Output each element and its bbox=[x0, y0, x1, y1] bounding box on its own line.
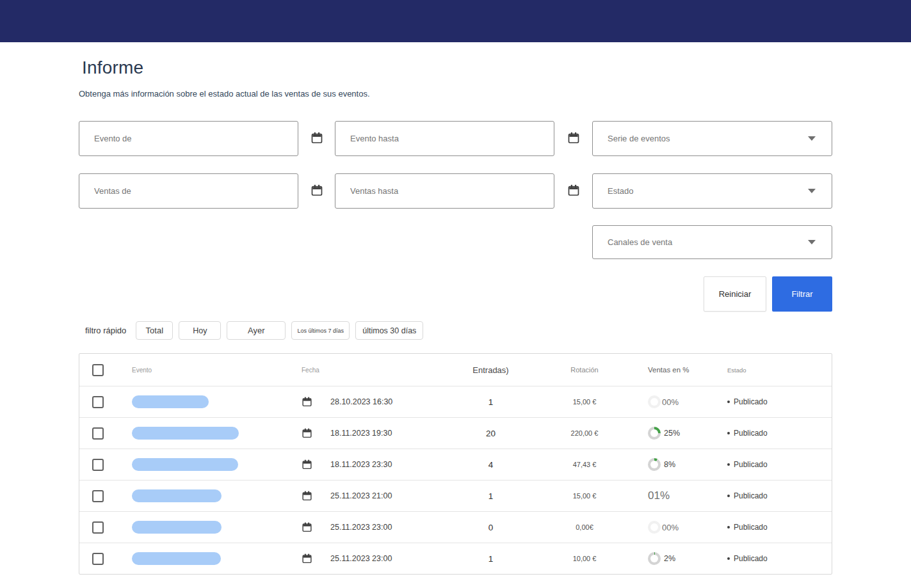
page-title: Informe bbox=[82, 58, 832, 78]
chip-today[interactable]: Hoy bbox=[179, 321, 221, 340]
event-from-calendar-button[interactable] bbox=[310, 131, 323, 147]
sales-from-calendar-button[interactable] bbox=[310, 184, 323, 199]
event-name-blob bbox=[132, 489, 222, 502]
table-row: 18.11.2023 19:30 20 220,00 € 25% Publica… bbox=[79, 417, 832, 449]
tickets-count: 1 bbox=[488, 491, 494, 501]
chip-total[interactable]: Total bbox=[136, 321, 173, 340]
rotation-value: 15,00 € bbox=[573, 492, 597, 500]
filter-form: Serie de eventos Estado bbox=[79, 121, 832, 259]
status-label: Publicado bbox=[734, 491, 768, 500]
event-to-calendar-button[interactable] bbox=[567, 131, 580, 147]
sales-percent: 01% bbox=[648, 489, 670, 502]
event-to-input[interactable] bbox=[335, 121, 554, 156]
chevron-down-icon bbox=[808, 136, 816, 141]
calendar-icon bbox=[302, 396, 312, 408]
event-name-blob bbox=[132, 552, 221, 565]
rotation-value: 0,00€ bbox=[576, 523, 593, 531]
tickets-count: 20 bbox=[486, 429, 496, 438]
rotation-value: 10,00 € bbox=[573, 555, 597, 562]
status-label: Publicado bbox=[734, 554, 768, 563]
sales-donut-chart bbox=[648, 521, 661, 534]
tickets-count: 1 bbox=[488, 554, 494, 564]
calendar-icon bbox=[302, 459, 312, 470]
sales-donut-chart bbox=[648, 427, 661, 440]
status-label: Publicado bbox=[734, 429, 768, 438]
table-row: 25.11.2023 21:00 1 15,00 € 01% Publicado bbox=[79, 480, 832, 511]
filter-button[interactable]: Filtrar bbox=[772, 276, 832, 312]
status-select-label: Estado bbox=[608, 186, 633, 196]
event-series-select[interactable]: Serie de eventos bbox=[592, 121, 832, 156]
sales-to-input[interactable] bbox=[335, 173, 554, 209]
tickets-count: 1 bbox=[488, 397, 494, 407]
event-date: 25.11.2023 21:00 bbox=[330, 491, 392, 500]
chip-last-30-days[interactable]: últimos 30 días bbox=[355, 321, 423, 340]
table-row: 25.11.2023 23:00 0 0,00€ 00% Publicado bbox=[79, 511, 832, 543]
row-checkbox[interactable] bbox=[92, 459, 104, 471]
row-checkbox[interactable] bbox=[92, 396, 104, 408]
column-header-fecha: Fecha bbox=[297, 367, 425, 374]
row-checkbox[interactable] bbox=[92, 521, 104, 534]
calendar-icon bbox=[567, 131, 580, 147]
status-select[interactable]: Estado bbox=[592, 173, 832, 209]
tickets-count: 4 bbox=[488, 460, 494, 470]
select-all-checkbox[interactable] bbox=[92, 364, 104, 376]
tickets-count: 0 bbox=[488, 523, 494, 532]
reset-button[interactable]: Reiniciar bbox=[704, 276, 766, 312]
sales-percent: 25% bbox=[664, 429, 680, 438]
event-name-blob bbox=[132, 458, 238, 471]
rotation-value: 47,43 € bbox=[573, 461, 597, 468]
sales-donut-chart bbox=[648, 552, 661, 565]
column-header-ventas: Ventas en % bbox=[613, 366, 720, 374]
row-checkbox[interactable] bbox=[92, 553, 104, 565]
calendar-icon bbox=[310, 131, 323, 147]
calendar-icon bbox=[302, 553, 312, 564]
status-dot-icon bbox=[727, 557, 730, 560]
status-label: Publicado bbox=[734, 460, 768, 469]
table-header-row: Evento Fecha Entradas) Rotación Ventas e… bbox=[79, 354, 832, 386]
status-dot-icon bbox=[727, 495, 730, 497]
calendar-icon bbox=[310, 184, 323, 199]
chevron-down-icon bbox=[808, 240, 816, 244]
status-label: Publicado bbox=[734, 397, 768, 406]
event-name-blob bbox=[132, 521, 222, 534]
sales-donut-chart bbox=[648, 395, 661, 408]
calendar-icon bbox=[302, 521, 312, 533]
chip-last-7-days[interactable]: Los últimos 7 días bbox=[291, 321, 350, 340]
table-row: 25.11.2023 23:00 1 10,00 € 2% Publicado bbox=[79, 543, 832, 574]
row-checkbox[interactable] bbox=[92, 427, 104, 440]
event-from-input[interactable] bbox=[79, 121, 298, 156]
status-dot-icon bbox=[727, 432, 730, 434]
event-name-blob bbox=[132, 395, 209, 408]
status-label: Publicado bbox=[734, 523, 768, 532]
calendar-icon bbox=[302, 490, 312, 502]
row-checkbox[interactable] bbox=[92, 490, 104, 502]
table-row: 18.11.2023 23:30 4 47,43 € 8% Publicado bbox=[79, 449, 832, 480]
event-date: 18.11.2023 23:30 bbox=[330, 460, 392, 469]
sales-to-calendar-button[interactable] bbox=[567, 184, 580, 199]
column-header-entradas: Entradas) bbox=[425, 365, 556, 375]
calendar-icon bbox=[567, 184, 580, 199]
quick-filter-bar: filtro rápido Total Hoy Ayer Los últimos… bbox=[79, 321, 832, 340]
page-subtitle: Obtenga más información sobre el estado … bbox=[79, 89, 832, 99]
sales-donut-chart bbox=[648, 458, 661, 471]
sales-percent: 00% bbox=[662, 523, 679, 532]
sales-percent: 8% bbox=[664, 460, 675, 469]
chip-yesterday[interactable]: Ayer bbox=[227, 321, 286, 340]
column-header-evento: Evento bbox=[117, 367, 297, 374]
table-row: 28.10.2023 16:30 1 15,00 € 00% Publicado bbox=[79, 386, 832, 417]
status-dot-icon bbox=[727, 401, 730, 403]
sales-from-input[interactable] bbox=[79, 173, 298, 209]
sales-channels-select[interactable]: Canales de venta bbox=[592, 225, 832, 259]
calendar-icon bbox=[302, 427, 312, 439]
top-nav-bar bbox=[0, 0, 911, 42]
status-dot-icon bbox=[727, 463, 730, 466]
sales-percent: 2% bbox=[664, 554, 675, 563]
column-header-rotacion: Rotación bbox=[556, 366, 613, 374]
event-date: 25.11.2023 23:00 bbox=[330, 523, 392, 532]
rotation-value: 15,00 € bbox=[573, 398, 597, 406]
event-date: 25.11.2023 23:00 bbox=[330, 554, 392, 563]
event-date: 18.11.2023 19:30 bbox=[330, 429, 392, 438]
rotation-value: 220,00 € bbox=[571, 429, 599, 437]
sales-percent: 00% bbox=[662, 397, 679, 407]
quick-filter-label: filtro rápido bbox=[85, 326, 126, 335]
